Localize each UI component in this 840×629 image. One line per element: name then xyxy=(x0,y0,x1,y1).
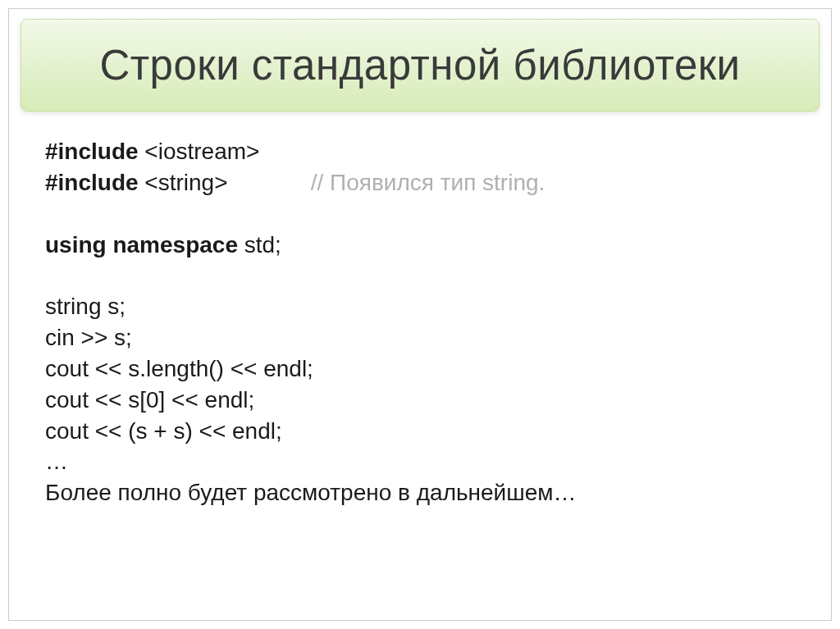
code-line-10: Более полно будет рассмотрено в дальнейш… xyxy=(45,477,795,508)
slide-container: Строки стандартной библиотеки #include <… xyxy=(8,8,832,621)
blank-line-1 xyxy=(45,198,795,230)
keyword-include-2: #include xyxy=(45,170,139,195)
code-line-2: #include <string> // Появился тип string… xyxy=(45,167,795,198)
code-line-8: cout << (s + s) << endl; xyxy=(45,416,795,447)
code-rest-1: <iostream> xyxy=(139,139,260,164)
code-line-7: cout << s[0] << endl; xyxy=(45,385,795,416)
keyword-using: using namespace xyxy=(45,232,238,258)
code-line-5: cin >> s; xyxy=(45,322,795,353)
code-spacer xyxy=(228,170,311,195)
code-line-6: cout << s.length() << endl; xyxy=(45,353,795,385)
title-box: Строки стандартной библиотеки xyxy=(21,19,819,112)
blank-line-2 xyxy=(45,260,795,291)
code-line-4: string s; xyxy=(45,291,795,322)
code-rest-2: <string> xyxy=(139,170,228,195)
code-line-9: … xyxy=(45,446,795,477)
code-rest-3: std; xyxy=(238,232,281,258)
code-line-3: using namespace std; xyxy=(45,230,795,261)
code-comment: // Появился тип string. xyxy=(311,170,546,195)
slide-title: Строки стандартной библиотеки xyxy=(38,41,802,89)
keyword-include-1: #include xyxy=(45,139,139,164)
slide-content: #include <iostream> #include <string> //… xyxy=(9,118,831,526)
code-line-1: #include <iostream> xyxy=(45,136,795,167)
